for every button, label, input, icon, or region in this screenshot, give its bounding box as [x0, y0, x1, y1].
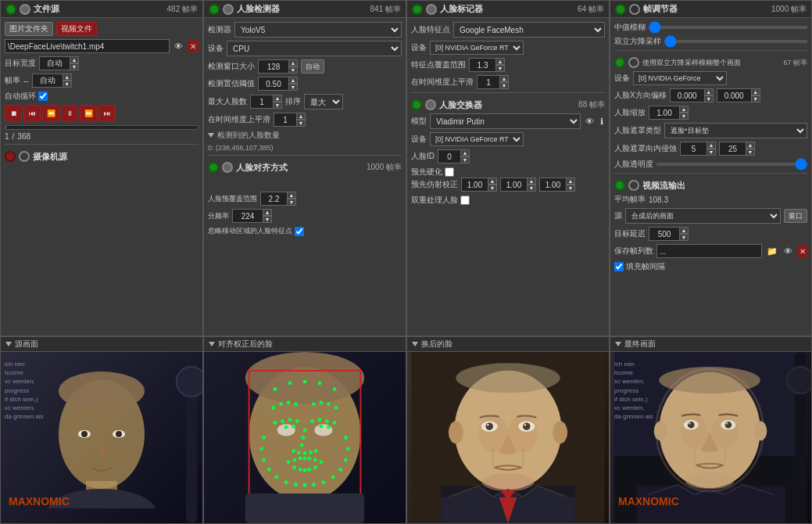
double-check[interactable]: [460, 196, 470, 205]
face-id-down[interactable]: ▼: [460, 156, 470, 163]
save-eye-icon[interactable]: 👁: [782, 246, 794, 256]
marker-coverage-input[interactable]: [469, 58, 496, 72]
face-marker-check[interactable]: [426, 4, 437, 15]
delay-down[interactable]: ▼: [679, 234, 689, 241]
model-select[interactable]: Vladimir Putin: [430, 113, 581, 129]
eye-icon[interactable]: 👁: [173, 41, 184, 51]
scale-down[interactable]: ▼: [679, 113, 689, 120]
subsample-down[interactable]: ▼: [263, 216, 272, 223]
image-folder-btn[interactable]: 图片文件夹: [5, 22, 53, 36]
threshold-up[interactable]: ▲: [288, 77, 298, 84]
save-close-btn[interactable]: ✕: [797, 245, 808, 257]
use-bilateral-power[interactable]: [614, 57, 625, 68]
morph-y-input[interactable]: [500, 178, 528, 192]
save-folder-icon[interactable]: 📁: [765, 246, 779, 257]
morph-y-up[interactable]: ▲: [527, 178, 536, 185]
target-size-down[interactable]: ▼: [70, 63, 79, 70]
window-size-input[interactable]: [258, 59, 289, 74]
file-source-power[interactable]: [5, 4, 16, 15]
median-slider[interactable]: [649, 26, 807, 29]
swapper-device-select[interactable]: [0] NVIDIA GeForce RTX: [430, 132, 524, 146]
adjuster-device-select[interactable]: [0] NVIDIA GeForce: [633, 71, 727, 85]
media-stop-btn[interactable]: ⏹: [5, 105, 22, 122]
x-offset-input1[interactable]: [670, 88, 705, 102]
marker-smooth-input[interactable]: [477, 75, 500, 89]
max-faces-up[interactable]: ▲: [273, 95, 282, 102]
morph-z-down[interactable]: ▼: [566, 185, 575, 192]
landmark-select[interactable]: Google FaceMesh: [453, 22, 605, 38]
fps-up[interactable]: ▲: [63, 74, 72, 81]
auto-loop-check[interactable]: [38, 92, 48, 101]
media-pause-btn[interactable]: ⏸: [61, 105, 78, 122]
progress-bar[interactable]: [5, 125, 199, 130]
close-file-btn[interactable]: ✕: [188, 40, 199, 52]
frame-adjuster-power[interactable]: [615, 4, 626, 15]
morph-y-down[interactable]: ▼: [527, 185, 536, 192]
model-info-icon[interactable]: ℹ: [599, 117, 605, 127]
subsample-input[interactable]: [232, 209, 263, 223]
morph-z-up[interactable]: ▲: [566, 178, 575, 185]
x-offset-down2[interactable]: ▼: [751, 95, 760, 102]
x-offset-up2[interactable]: ▲: [751, 88, 760, 95]
erosion-up[interactable]: ▲: [706, 142, 716, 149]
fps-input[interactable]: [32, 74, 63, 88]
source-select[interactable]: 合成后的画面: [625, 208, 781, 224]
coverage-up[interactable]: ▲: [287, 192, 296, 199]
opacity-slider[interactable]: [656, 163, 807, 166]
delay-input[interactable]: [649, 227, 680, 241]
face-detector-check[interactable]: [223, 4, 234, 15]
morph-x-up[interactable]: ▲: [488, 178, 497, 185]
detector-select[interactable]: YoloV5: [234, 22, 402, 38]
coverage-input[interactable]: [260, 192, 288, 206]
coverage-down[interactable]: ▼: [287, 199, 296, 206]
marker-device-select[interactable]: [0] NVIDIA GeForce RTX 3: [430, 41, 524, 55]
threshold-down[interactable]: ▼: [288, 84, 298, 91]
window-size-down[interactable]: ▼: [288, 66, 298, 74]
bilateral-slider[interactable]: [664, 40, 807, 43]
delay-up[interactable]: ▲: [679, 227, 689, 234]
morph-x-down[interactable]: ▼: [488, 185, 497, 192]
smooth-input[interactable]: [274, 113, 297, 127]
smooth-down[interactable]: ▼: [296, 120, 306, 127]
align-power[interactable]: [208, 162, 219, 173]
media-skip-fwd-btn[interactable]: ⏩: [80, 105, 97, 122]
morph-z-input[interactable]: [539, 178, 567, 192]
target-size-input[interactable]: [39, 56, 70, 70]
erosion-input[interactable]: [680, 142, 707, 156]
stream-check[interactable]: [628, 180, 639, 191]
device-select[interactable]: CPU: [227, 41, 402, 56]
swapper-power[interactable]: [411, 99, 422, 110]
save-path-input[interactable]: [656, 244, 762, 258]
fill-frames-check[interactable]: [614, 262, 624, 271]
face-id-up[interactable]: ▲: [460, 149, 470, 156]
face-id-input[interactable]: [438, 149, 461, 163]
swapper-check[interactable]: [425, 99, 436, 110]
model-eye-icon[interactable]: 👁: [584, 117, 596, 126]
blur-input[interactable]: [719, 142, 746, 156]
scale-up[interactable]: ▲: [679, 106, 689, 113]
camera-check[interactable]: [19, 151, 30, 162]
media-fast-fwd-btn[interactable]: ⏭: [98, 105, 116, 122]
face-marker-power[interactable]: [412, 4, 423, 15]
file-path-input[interactable]: [5, 39, 170, 53]
use-bilateral-check[interactable]: [628, 57, 639, 68]
detection-count-section[interactable]: 检测到的人脸数量: [208, 130, 402, 141]
marker-coverage-down[interactable]: ▼: [495, 65, 505, 72]
x-offset-down1[interactable]: ▼: [704, 95, 714, 102]
morph-x-input[interactable]: [461, 178, 488, 192]
threshold-input[interactable]: [258, 77, 289, 91]
video-file-btn[interactable]: 视频文件: [56, 22, 97, 36]
stream-power[interactable]: [614, 180, 625, 191]
max-faces-input[interactable]: [250, 95, 274, 109]
erosion-down[interactable]: ▼: [706, 149, 716, 156]
marker-smooth-up[interactable]: ▲: [499, 75, 509, 82]
subsample-up[interactable]: ▲: [263, 209, 272, 216]
blur-down[interactable]: ▼: [746, 149, 755, 156]
marker-coverage-up[interactable]: ▲: [495, 58, 505, 65]
frame-adjuster-check[interactable]: [629, 4, 640, 15]
blur-up[interactable]: ▲: [746, 142, 755, 149]
file-source-check[interactable]: [20, 4, 30, 15]
target-size-up[interactable]: ▲: [70, 56, 79, 63]
freeze-check[interactable]: [445, 167, 454, 177]
window-btn[interactable]: 窗口: [784, 209, 807, 223]
